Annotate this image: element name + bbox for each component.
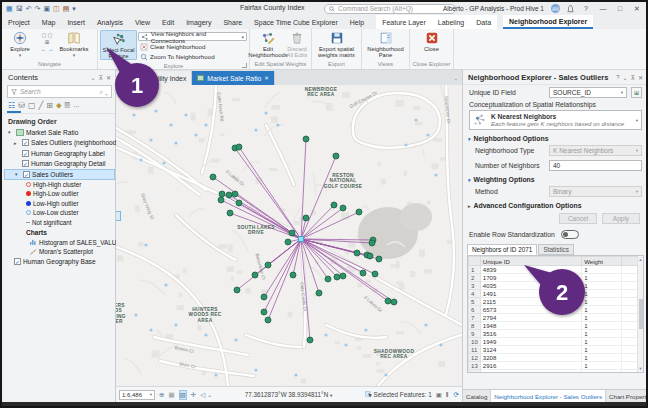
neighbor-point[interactable] xyxy=(232,191,238,197)
neighbor-point[interactable] xyxy=(303,136,309,142)
neighbor-point[interactable] xyxy=(219,191,225,197)
selection-tool-icon[interactable]: ▧ xyxy=(179,390,187,400)
map-tab-vulnerability-index[interactable]: Vulnerability Index xyxy=(116,71,192,85)
ribbon-tab-edit[interactable]: Edit xyxy=(156,15,180,29)
conceptualization-selector[interactable]: K Nearest Neighbors Each feature gets K … xyxy=(469,110,642,130)
pane-menu-icon[interactable]: ⌄ xyxy=(91,74,96,81)
legend-item-4[interactable]: Not significant xyxy=(4,218,115,228)
neighbor-point[interactable] xyxy=(360,270,366,276)
ribbon-tab-feature-layer[interactable]: Feature Layer xyxy=(376,15,432,29)
neighbor-point[interactable] xyxy=(340,273,346,279)
focal-feature-marker[interactable] xyxy=(299,237,304,242)
table-row[interactable]: 1329161 xyxy=(469,362,638,370)
ribbon-tab-imagery[interactable]: Imagery xyxy=(180,15,217,29)
sound-icon[interactable]: ◁ ⌄ xyxy=(200,391,212,399)
avatar[interactable]: AN xyxy=(551,4,560,13)
scale-dropdown[interactable]: 1:6,486▾ xyxy=(119,390,155,400)
layer-1[interactable]: ✓Human Geography Label xyxy=(4,148,115,159)
neighbor-point[interactable] xyxy=(391,299,397,305)
panel-help-icon[interactable]: ? xyxy=(616,74,619,81)
command-search-input[interactable]: Command Search (Alt+Q) xyxy=(324,4,456,14)
layer-checkbox[interactable]: ✓ xyxy=(22,150,29,157)
ribbon-tab-labeling[interactable]: Labeling xyxy=(432,15,470,29)
map-tab-market-sale-ratio[interactable]: Market Sale Ratio✕ xyxy=(192,71,275,85)
selected-features-status[interactable]: Selected Features: 1 xyxy=(365,391,432,398)
layer-map[interactable]: ▾Market Sale Ratio xyxy=(4,127,115,138)
pin-icon[interactable]: ⊼ xyxy=(99,74,103,81)
panel-menu-icon[interactable]: ⌄ xyxy=(623,74,628,81)
maximize-button[interactable]: □ xyxy=(615,5,625,12)
layer-checkbox[interactable]: ✓ xyxy=(22,160,29,167)
neighbor-point[interactable] xyxy=(265,262,271,268)
explore-button[interactable]: Explore▾ xyxy=(4,30,36,58)
table-row[interactable]: 217091 xyxy=(469,274,638,282)
close-tab-icon[interactable]: ✕ xyxy=(264,75,269,81)
list-by-editing-icon[interactable]: ╱ xyxy=(38,101,43,110)
help-button[interactable]: ? xyxy=(581,5,591,12)
layer-base[interactable]: ✓Human Geography Base xyxy=(4,257,115,268)
navigate-small-buttons[interactable]: ◻ ◻⊞← → xyxy=(37,30,57,52)
neighborhood-options-section[interactable]: ▾Neighborhood Options xyxy=(463,132,648,143)
neighbor-point[interactable] xyxy=(226,192,232,198)
list-by-snapping-icon[interactable]: ⊞ xyxy=(46,101,53,110)
weighting-options-section[interactable]: ▾Weighting Options xyxy=(463,173,648,184)
neighbor-point[interactable] xyxy=(340,205,346,211)
table-row[interactable]: 340351 xyxy=(469,282,638,290)
zoom-to-neighborhood-button[interactable]: Zoom To Neighborhood xyxy=(138,52,247,61)
close-explorer-button[interactable]: Close xyxy=(417,30,447,52)
project-icon[interactable]: ◫ xyxy=(53,4,60,13)
table-scrollbar[interactable]: ▲▼ xyxy=(637,256,643,372)
layer-3[interactable]: ▾✓Sales Outliers xyxy=(4,169,115,180)
select-focal-feature-button[interactable]: Select Focal Feature xyxy=(100,30,137,60)
ribbon-tab-share[interactable]: Share xyxy=(217,15,248,29)
layers-icon[interactable]: ▦ xyxy=(168,391,174,399)
statistics-tab[interactable]: Statistics xyxy=(538,244,574,255)
neighbor-point[interactable] xyxy=(290,272,296,278)
neighbor-point[interactable] xyxy=(372,271,378,277)
panel-close-icon[interactable]: ✕ xyxy=(638,74,643,81)
number-of-neighbors-input[interactable]: 40 xyxy=(549,160,642,171)
table-row[interactable]: 1019491 xyxy=(469,338,638,346)
dock-tab-catalog[interactable]: Catalog xyxy=(463,390,491,402)
neighbor-point[interactable] xyxy=(285,239,291,245)
view-neighbors-dropdown[interactable]: View Neighbors and Connections ▾ xyxy=(138,32,247,41)
table-row[interactable]: 148391 xyxy=(469,266,638,274)
crosshair-icon[interactable]: ✛ xyxy=(191,391,196,399)
table-row[interactable]: 1131241 xyxy=(469,346,638,354)
close-window-button[interactable]: ✕ xyxy=(632,5,642,13)
ribbon-tab-space-time-cube-explorer[interactable]: Space Time Cube Explorer xyxy=(248,15,344,29)
neighbor-point[interactable] xyxy=(227,210,233,216)
map-canvas[interactable]: NEWBRIDGEREC AREARESTONNATIONALGOLF COUR… xyxy=(116,85,462,386)
neighbor-point[interactable] xyxy=(356,209,362,215)
chart-item-1[interactable]: Moran's Scatterplot xyxy=(4,247,115,257)
neighbor-point[interactable] xyxy=(316,290,322,296)
dialog-launcher-icon[interactable] xyxy=(242,63,247,68)
expander-icon[interactable]: ▸ xyxy=(14,140,20,146)
list-by-charts-icon[interactable]: 𝄜 xyxy=(65,101,70,111)
table-row[interactable]: 727941 xyxy=(469,314,638,322)
neighbor-point[interactable] xyxy=(252,272,258,278)
neighbor-point[interactable] xyxy=(289,230,295,236)
ribbon-tab-project[interactable]: Project xyxy=(2,15,36,29)
table-row[interactable]: 521151 xyxy=(469,298,638,306)
table-row[interactable]: 935161 xyxy=(469,330,638,338)
clear-neighborhood-button[interactable]: Clear Neighborhood xyxy=(138,42,247,51)
legend-item-3[interactable]: Low-Low cluster xyxy=(4,208,115,218)
layer-2[interactable]: ✓Human Geography Detail xyxy=(4,159,115,170)
neighbor-point[interactable] xyxy=(325,276,331,282)
neighbor-point[interactable] xyxy=(333,153,339,159)
neighbor-point[interactable] xyxy=(210,174,216,180)
neighbor-point[interactable] xyxy=(307,337,313,343)
neighbor-point[interactable] xyxy=(261,309,267,315)
customize-icon[interactable]: ▾ xyxy=(72,4,76,13)
pause-drawing-icon[interactable]: ‖ xyxy=(446,391,450,398)
neighbors-table[interactable]: Unique IDWeight1483912170913403514149115… xyxy=(467,255,644,373)
ribbon-tab-help[interactable]: Help xyxy=(344,15,370,29)
contents-search-input[interactable]: Search ⌕ ⌄ xyxy=(7,85,112,98)
legend-item-1[interactable]: High-Low outlier xyxy=(4,189,115,199)
row-standardization-toggle[interactable] xyxy=(561,230,579,239)
neighbor-point[interactable] xyxy=(261,294,267,300)
chart-item-0[interactable]: Histogram of SALES_VALUE xyxy=(4,238,115,248)
neighbor-point[interactable] xyxy=(236,200,242,206)
neighbor-point[interactable] xyxy=(303,215,309,221)
